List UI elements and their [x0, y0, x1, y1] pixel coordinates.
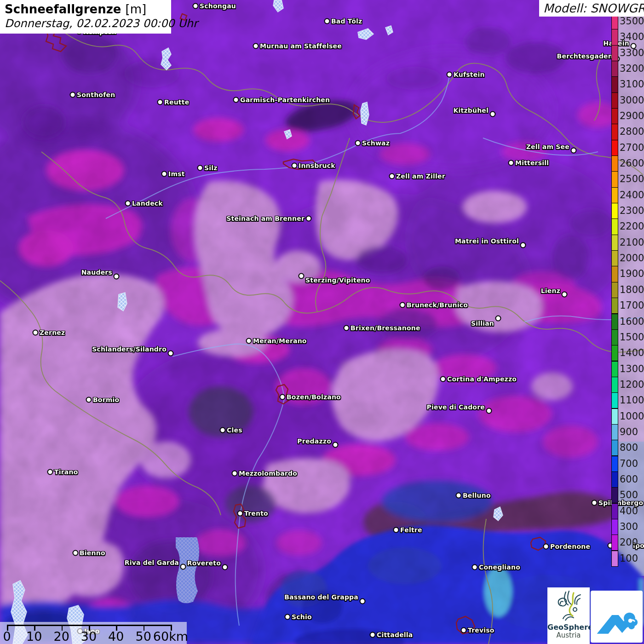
city-marker [490, 111, 496, 117]
colorbar-cell [612, 172, 618, 187]
colorbar-tick-label: 2300 [620, 205, 644, 216]
colorbar-cell [612, 362, 618, 377]
city-marker [393, 527, 399, 533]
city-marker [220, 427, 226, 433]
city-marker [447, 72, 453, 78]
city-label: Schlanders/Silandro [92, 345, 167, 353]
city-marker [253, 43, 259, 49]
city-marker [389, 173, 395, 179]
city-label: Berchtesgaden [557, 52, 613, 60]
city-marker [168, 351, 174, 356]
colorbar-cell [612, 440, 618, 456]
city-marker [562, 292, 568, 298]
city-label: Bassano del Grappa [284, 593, 358, 601]
city-marker [360, 598, 366, 604]
city-label: Feltre [400, 526, 422, 534]
colorbar-tick-label: 1200 [620, 379, 644, 390]
colorbar-cell [612, 393, 618, 408]
city-marker [400, 302, 406, 308]
geosphere-country: Austria [547, 632, 590, 639]
colorbar-cell [612, 409, 618, 425]
city-label: Kitzbühel [453, 107, 489, 114]
city-label: Murnau am Staffelsee [260, 42, 342, 50]
snow-mountain-logo-icon [593, 594, 641, 640]
city-marker [114, 274, 120, 280]
colorbar-cell [612, 140, 618, 156]
colorbar-cell [612, 124, 618, 140]
city-label: Cittadella [377, 631, 413, 638]
city-marker [461, 627, 467, 633]
city-label: Trento [244, 510, 268, 517]
city-label: Garmisch-Partenkirchen [240, 96, 330, 104]
city-marker [237, 511, 243, 517]
valid-datetime: Donnerstag, 02.02.2023 00:00 Uhr [5, 17, 167, 30]
city-marker [472, 564, 478, 570]
city-marker [233, 97, 239, 103]
unit-label: [m] [126, 2, 147, 16]
city-label: Sonthofen [77, 91, 115, 98]
contour-logo-icon [554, 590, 583, 621]
product-name: Schneefallgrenze [5, 2, 121, 16]
city-label: Bormio [93, 396, 119, 403]
city-marker [592, 500, 598, 506]
colorbar-cell [612, 425, 618, 440]
city-label: Conegliano [479, 564, 520, 571]
colorbar-tick-label: 1400 [620, 347, 644, 358]
colorbar-tick-label: 2200 [620, 221, 644, 232]
partner-logo-box [591, 591, 643, 643]
city-label: Sterzing/Vipiteno [305, 276, 370, 284]
city-label: Tirano [54, 468, 78, 476]
colorbar-tick-label: 200 [620, 537, 638, 548]
city-marker [508, 160, 514, 166]
colorbar-tick-label: 3000 [620, 95, 644, 106]
colorbar-tick-label: 3100 [620, 79, 644, 90]
colorbar-cell [612, 93, 618, 109]
colorbar-cell [612, 345, 618, 361]
city-label: Pieve di Cadore [426, 403, 485, 411]
colorbar-cell [612, 156, 618, 172]
colorbar-tick-label: 1900 [620, 268, 644, 279]
city-marker [33, 330, 39, 336]
city-marker [232, 471, 238, 477]
city-label: Bruneck/Brunico [407, 301, 468, 309]
city-layer: SchongauBad TölzKemptenMurnau am Staffel… [0, 0, 644, 644]
city-marker [157, 99, 163, 105]
city-label: Kufstein [454, 71, 485, 78]
city-label: Cles [227, 426, 242, 434]
colorbar-tick-label: 3500 [620, 16, 644, 27]
colorbar-tick-label: 400 [620, 506, 638, 517]
scale-bar-label: 50 [136, 629, 151, 644]
city-label: Reutte [164, 98, 189, 106]
colorbar-cell [612, 203, 618, 219]
colorbar-cell [612, 219, 618, 235]
model-label: Modell: SNOWGRID [543, 1, 644, 15]
city-marker [280, 394, 286, 400]
city-marker [285, 614, 291, 620]
colorbar-tick-label: 1100 [620, 395, 644, 406]
colorbar-cell [612, 61, 618, 77]
colorbar-cell [612, 504, 618, 519]
colorbar-cell [612, 456, 618, 472]
colorbar-cell [612, 235, 618, 251]
title-box: Schneefallgrenze [m] Donnerstag, 02.02.2… [0, 0, 171, 34]
city-marker [370, 632, 376, 638]
city-marker [495, 316, 501, 322]
scale-bar-label: 0 [3, 629, 11, 644]
scale-bar-label: 10 [26, 629, 42, 644]
colorbar-tick-label: 2000 [620, 253, 644, 264]
city-label: Zell am See [526, 143, 569, 150]
colorbar-cell [612, 298, 618, 314]
city-marker [197, 165, 203, 171]
colorbar-cell [612, 188, 618, 203]
colorbar-tick-label: 3200 [620, 63, 644, 74]
city-label: Bad Tölz [331, 17, 362, 25]
city-label: Lienz [541, 287, 560, 294]
city-label: Schwaz [362, 139, 390, 147]
city-marker [73, 550, 79, 556]
model-box: Modell: SNOWGRID [539, 0, 644, 17]
city-label: Innsbruck [299, 162, 335, 169]
colorbar-cell [612, 472, 618, 488]
city-marker [299, 273, 305, 279]
colorbar-tick-label: 800 [620, 442, 638, 453]
colorbar-cell [612, 251, 618, 266]
